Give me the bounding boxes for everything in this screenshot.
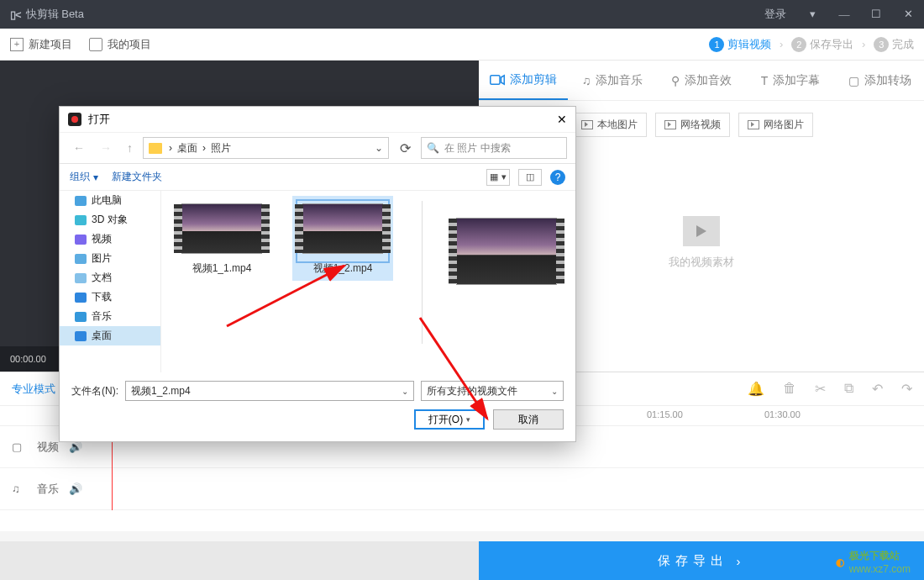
preview-thumb	[448, 201, 565, 290]
dropdown-icon[interactable]: ▾	[806, 8, 818, 21]
tab-add-sfx[interactable]: ⚲添加音效	[657, 61, 746, 100]
nav-documents[interactable]: 文档	[60, 268, 160, 287]
play-icon	[581, 120, 593, 129]
dialog-close-button[interactable]: ✕	[557, 113, 567, 127]
my-projects-label: 我的项目	[108, 37, 151, 52]
file-list-pane[interactable]: 视频1_1.mp4 视频1_2.mp4	[161, 191, 575, 372]
nav-pictures[interactable]: 图片	[60, 249, 160, 268]
refresh-button[interactable]: ⟳	[394, 137, 416, 159]
path-box[interactable]: › 桌面 › 照片 ⌄	[143, 137, 389, 159]
filename-input[interactable]: 视频1_2.mp4⌄	[125, 381, 414, 401]
play-icon	[664, 120, 676, 129]
speaker-icon[interactable]: 🔊	[69, 482, 82, 495]
chevron-right-icon: ›	[862, 38, 865, 50]
plus-icon: +	[10, 38, 24, 51]
watermark-logo-icon: ◐	[836, 556, 844, 568]
new-folder-button[interactable]: 新建文件夹	[112, 170, 162, 184]
nav-this-pc[interactable]: 此电脑	[60, 191, 160, 210]
cancel-button[interactable]: 取消	[493, 409, 564, 430]
folder-icon	[149, 143, 162, 154]
tab-add-music[interactable]: ♫添加音乐	[568, 61, 657, 100]
dialog-navbar: ← → ↑ › 桌面 › 照片 ⌄ ⟳ 🔍 在 照片 中搜索	[60, 132, 575, 164]
tab-add-edit[interactable]: 添加剪辑	[479, 61, 568, 100]
tab-add-subtitle[interactable]: T添加字幕	[746, 61, 835, 100]
pro-mode-link[interactable]: 专业模式	[12, 382, 55, 397]
chevron-right-icon: ›	[737, 554, 746, 568]
video-thumb-icon	[181, 203, 262, 254]
net-video-button[interactable]: 网络视频	[655, 113, 730, 137]
redo-icon[interactable]: ↷	[901, 381, 912, 397]
camera-icon	[490, 74, 505, 86]
new-project-button[interactable]: + 新建项目	[10, 37, 72, 52]
preview-time: 00:00.00	[10, 354, 46, 364]
login-link[interactable]: 登录	[764, 7, 786, 22]
search-input[interactable]: 🔍 在 照片 中搜索	[421, 137, 567, 159]
resource-tabs: 添加剪辑 ♫添加音乐 ⚲添加音效 T添加字幕 ▢添加转场	[479, 61, 924, 101]
path-sep: ›	[169, 142, 172, 154]
my-projects-button[interactable]: 我的项目	[89, 37, 151, 52]
watermark: ◐ 极光下载站www.xz7.com	[836, 549, 911, 575]
chevron-down-icon[interactable]: ⌄	[551, 387, 558, 396]
brand: ▯< 快剪辑 Beta	[10, 7, 84, 22]
chevron-right-icon: ›	[780, 38, 783, 50]
path-seg-desktop[interactable]: 桌面	[177, 141, 197, 156]
bell-icon[interactable]: 🔔	[748, 381, 764, 397]
speaker-icon[interactable]: 🔊	[69, 440, 82, 453]
file-item-selected[interactable]: 视频1_2.mp4	[292, 196, 393, 281]
chevron-down-icon: ▾	[466, 415, 470, 424]
folder-icon	[89, 38, 102, 51]
filetype-select[interactable]: 所有支持的视频文件⌄	[421, 381, 564, 401]
footer-prev[interactable]	[0, 541, 479, 580]
file-name: 视频1_1.mp4	[171, 261, 272, 276]
nav-3d-objects[interactable]: 3D 对象	[60, 210, 160, 229]
nav-forward-button[interactable]: →	[95, 141, 117, 155]
organize-menu[interactable]: 组织 ▾	[70, 170, 98, 184]
nav-music[interactable]: 音乐	[60, 307, 160, 326]
brand-logo-icon: ▯<	[10, 8, 21, 21]
maximize-button[interactable]: ☐	[870, 8, 882, 21]
view-mode-button[interactable]: ▦ ▾	[486, 169, 510, 186]
video-thumb-icon	[302, 203, 383, 254]
text-icon: T	[761, 74, 769, 87]
open-button[interactable]: 打开(O) ▾	[414, 409, 485, 430]
nav-back-button[interactable]: ←	[68, 141, 90, 155]
copy-icon[interactable]: ⧉	[844, 381, 853, 397]
trash-icon[interactable]: 🗑	[783, 381, 796, 397]
dialog-navpane[interactable]: 此电脑 3D 对象 视频 图片 文档 下载 音乐 桌面	[60, 191, 161, 372]
dialog-titlebar: 打开 ✕	[60, 107, 575, 132]
video-placeholder-icon	[683, 216, 720, 246]
close-button[interactable]: ✕	[902, 8, 914, 21]
path-seg-photos[interactable]: 照片	[211, 141, 231, 156]
minimize-button[interactable]: —	[838, 8, 850, 21]
chevron-down-icon[interactable]: ⌄	[375, 142, 383, 154]
pictures-icon	[75, 254, 87, 264]
play-icon	[748, 120, 759, 129]
new-project-label: 新建项目	[29, 37, 72, 52]
pc-icon	[75, 196, 87, 206]
sfx-icon: ⚲	[671, 74, 680, 87]
undo-icon[interactable]: ↶	[872, 381, 883, 397]
music-note-icon: ♫	[12, 482, 27, 495]
step-1: 1 剪辑视频	[709, 37, 771, 52]
net-image-button[interactable]: 网络图片	[738, 113, 813, 137]
nav-up-button[interactable]: ↑	[122, 141, 138, 155]
titlebar: ▯< 快剪辑 Beta 登录 ▾ — ☐ ✕	[0, 0, 924, 29]
chevron-down-icon: ▾	[93, 171, 98, 183]
app-title: 快剪辑 Beta	[26, 7, 84, 22]
local-image-button[interactable]: 本地图片	[572, 113, 647, 137]
preview-pane-button[interactable]: ◫	[518, 169, 542, 186]
nav-desktop[interactable]: 桌面	[60, 326, 160, 345]
filename-label: 文件名(N):	[71, 384, 118, 398]
help-button[interactable]: ?	[550, 170, 565, 185]
nav-videos[interactable]: 视频	[60, 229, 160, 249]
file-item[interactable]: 视频1_1.mp4	[171, 201, 272, 276]
cut-icon[interactable]: ✂	[815, 381, 826, 397]
video-icon	[75, 235, 87, 245]
nav-downloads[interactable]: 下载	[60, 287, 160, 307]
chevron-down-icon[interactable]: ⌄	[402, 387, 408, 396]
track-music[interactable]: ♫ 音乐 🔊	[0, 468, 924, 510]
tab-add-transition[interactable]: ▢添加转场	[835, 61, 924, 100]
cube-icon	[75, 215, 87, 225]
dialog-toolbar: 组织 ▾ 新建文件夹 ▦ ▾ ◫ ?	[60, 164, 575, 191]
search-icon: 🔍	[427, 142, 439, 154]
